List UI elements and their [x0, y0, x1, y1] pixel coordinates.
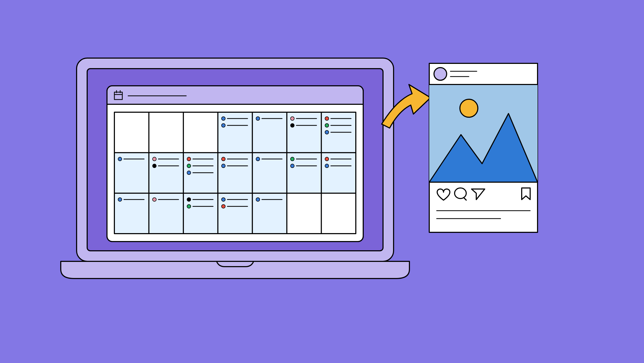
- svg-point-22: [291, 117, 294, 120]
- svg-point-83: [256, 198, 260, 201]
- svg-point-80: [222, 205, 225, 208]
- svg-point-31: [325, 130, 329, 134]
- svg-point-51: [222, 164, 225, 168]
- calendar-cell[interactable]: [149, 112, 184, 153]
- calendar-cell[interactable]: [287, 193, 321, 234]
- calendar-cell[interactable]: [321, 112, 356, 153]
- svg-point-75: [187, 205, 191, 208]
- svg-point-54: [256, 157, 260, 161]
- illustration: [0, 0, 644, 363]
- svg-point-42: [187, 157, 191, 161]
- svg-point-16: [222, 124, 225, 127]
- calendar-cell[interactable]: [252, 153, 287, 193]
- calendar-cell[interactable]: [321, 193, 356, 234]
- calendar-cell[interactable]: [183, 193, 218, 234]
- calendar-cell[interactable]: [218, 112, 253, 153]
- svg-point-64: [325, 164, 329, 168]
- svg-point-39: [153, 164, 156, 168]
- calendar-cell[interactable]: [183, 153, 218, 193]
- calendar-cell[interactable]: [287, 112, 321, 153]
- svg-point-70: [153, 198, 156, 201]
- calendar-cell[interactable]: [114, 193, 149, 234]
- svg-point-44: [187, 164, 191, 168]
- svg-point-27: [325, 117, 329, 120]
- svg-rect-86: [321, 193, 356, 234]
- sun-icon: [460, 99, 478, 117]
- svg-point-78: [222, 198, 225, 201]
- svg-point-57: [291, 157, 294, 161]
- calendar-cell[interactable]: [149, 193, 184, 234]
- calendar-cell[interactable]: [149, 153, 184, 193]
- svg-point-34: [118, 157, 122, 161]
- svg-point-49: [222, 157, 225, 161]
- svg-point-37: [153, 157, 156, 161]
- svg-rect-85: [287, 193, 321, 234]
- calendar-cell[interactable]: [183, 112, 218, 153]
- svg-point-14: [222, 117, 225, 120]
- calendar-cell[interactable]: [252, 193, 287, 234]
- svg-point-19: [256, 117, 260, 120]
- social-post-card: [429, 63, 538, 232]
- svg-rect-12: [183, 112, 218, 153]
- calendar-cell[interactable]: [218, 153, 253, 193]
- calendar-cell[interactable]: [321, 153, 356, 193]
- svg-point-46: [187, 171, 191, 175]
- svg-rect-11: [149, 112, 184, 153]
- calendar-cell[interactable]: [114, 153, 149, 193]
- avatar[interactable]: [434, 68, 447, 80]
- svg-point-59: [291, 164, 294, 168]
- calendar-cell[interactable]: [287, 153, 321, 193]
- svg-point-67: [118, 198, 122, 201]
- svg-point-73: [187, 198, 191, 201]
- svg-point-24: [291, 124, 294, 127]
- calendar-cell[interactable]: [218, 193, 253, 234]
- calendar-cell[interactable]: [252, 112, 287, 153]
- svg-point-62: [325, 157, 329, 161]
- svg-rect-10: [114, 112, 149, 153]
- svg-point-29: [325, 124, 329, 127]
- calendar-cell[interactable]: [114, 112, 149, 153]
- calendar-window: [107, 86, 363, 242]
- calendar-grid: [114, 112, 356, 234]
